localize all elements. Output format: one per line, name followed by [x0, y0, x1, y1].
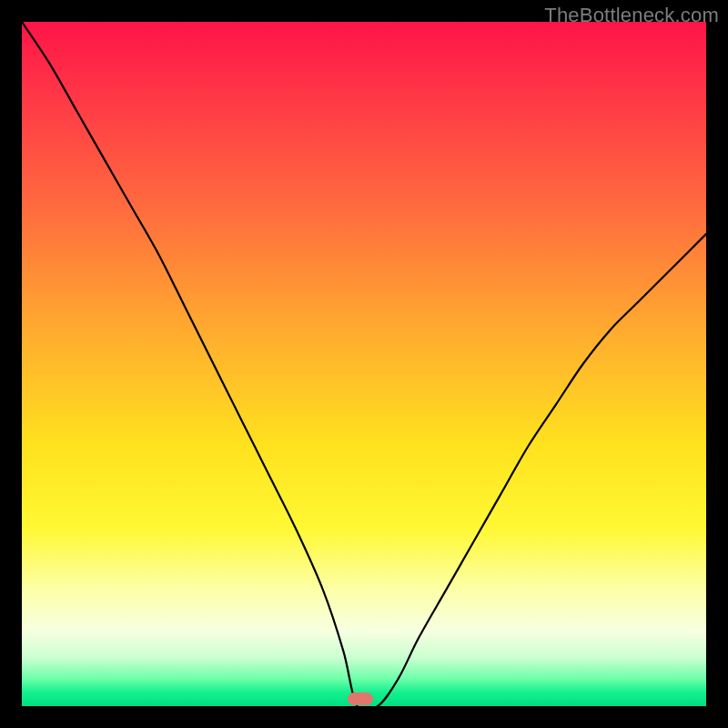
- optimal-point-marker: [348, 693, 373, 705]
- bottleneck-curve: [22, 22, 706, 706]
- plot-area: [22, 22, 706, 706]
- chart-frame: TheBottleneck.com: [0, 0, 728, 728]
